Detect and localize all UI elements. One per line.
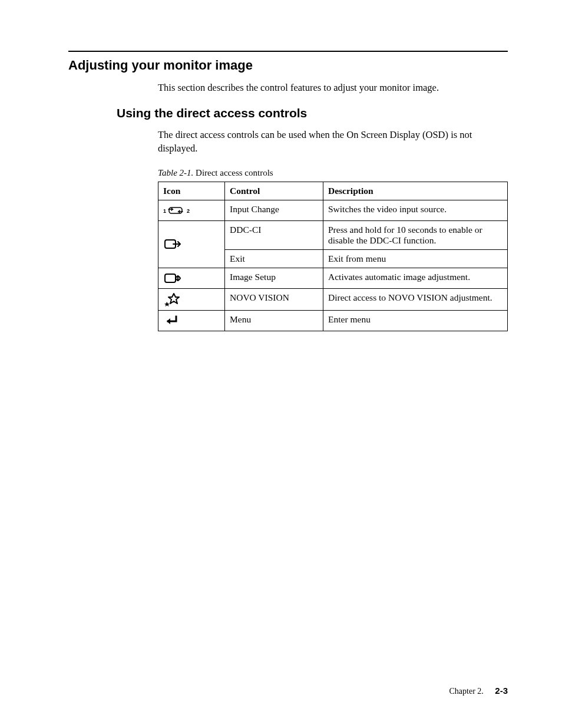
description-cell: Switches the video input source. [323,200,508,220]
table-row: DDC-CI Press and hold for 10 seconds to … [158,220,508,249]
table-caption: Table 2-1. Direct access controls [158,168,508,178]
svg-text:2: 2 [187,208,190,214]
subsection-body: The direct access controls can be used w… [158,129,508,155]
description-cell: Activates automatic image adjustment. [323,268,508,288]
col-control: Control [225,182,323,200]
footer-page-number: 2-3 [495,686,508,696]
col-description: Description [323,182,508,200]
top-rule [68,51,508,52]
control-cell: Input Change [225,200,323,220]
icon-cell [158,220,225,268]
table-row: Menu Enter menu [158,310,508,331]
col-icon: Icon [158,182,225,200]
description-cell: Enter menu [323,310,508,331]
enter-icon [163,314,180,324]
icon-cell [158,288,225,310]
section-heading: Adjusting your monitor image [68,58,508,73]
table-header-row: Icon Control Description [158,182,508,200]
control-cell: DDC-CI [225,220,323,249]
icon-cell [158,268,225,288]
description-cell: Direct access to NOVO VISION adjustment. [323,288,508,310]
svg-rect-3 [165,274,176,282]
section-intro: This section describes the control featu… [158,81,508,94]
description-cell: Exit from menu [323,249,508,268]
footer-chapter: Chapter 2. [449,687,483,696]
description-cell: Press and hold for 10 seconds to enable … [323,220,508,249]
input-change-icon: 1 2 [163,204,190,214]
table-row: NOVO VISION Direct access to NOVO VISION… [158,288,508,310]
control-cell: Menu [225,310,323,331]
table-caption-label: Table 2-1. [158,168,193,177]
page-footer: Chapter 2. 2-3 [449,686,508,696]
image-setup-icon [163,272,183,282]
novo-vision-icon [163,293,181,303]
direct-access-controls-table: Icon Control Description 1 2 [158,182,508,331]
icon-cell: 1 2 [158,200,225,220]
control-cell: NOVO VISION [225,288,323,310]
table-caption-text: Direct access controls [196,168,273,177]
subsection-heading: Using the direct access controls [117,106,508,120]
icon-cell [158,310,225,331]
control-cell: Exit [225,249,323,268]
table-row: Image Setup Activates automatic image ad… [158,268,508,288]
svg-text:1: 1 [163,208,166,214]
exit-arrow-icon [163,238,183,248]
control-cell: Image Setup [225,268,323,288]
table-row: 1 2 Input Change Switches the video inpu… [158,200,508,220]
